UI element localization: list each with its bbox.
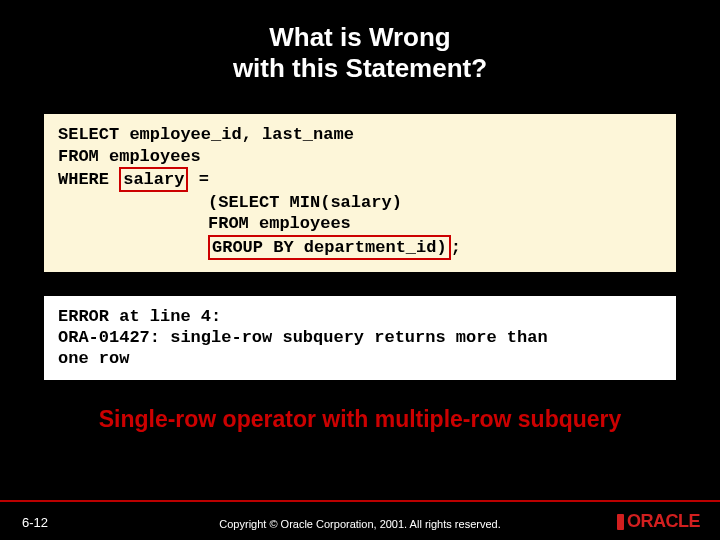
error-line-3: one row [58, 348, 662, 369]
slide-title: What is Wrong with this Statement? [0, 0, 720, 84]
code-line-2: FROM employees [58, 146, 662, 167]
logo-text: ORACLE [627, 511, 700, 532]
highlight-salary: salary [119, 167, 188, 192]
highlight-groupby: GROUP BY department_id) [208, 235, 451, 260]
error-line-1: ERROR at line 4: [58, 306, 662, 327]
logo-box-icon [617, 514, 624, 530]
error-block: ERROR at line 4: ORA-01427: single-row s… [44, 296, 676, 380]
caption: Single-row operator with multiple-row su… [0, 406, 720, 433]
error-line-2: ORA-01427: single-row subquery returns m… [58, 327, 662, 348]
code-line-1: SELECT employee_id, last_name [58, 124, 662, 145]
copyright: Copyright © Oracle Corporation, 2001. Al… [0, 518, 720, 530]
title-line1: What is Wrong [269, 22, 451, 52]
title-line2: with this Statement? [233, 53, 487, 83]
oracle-logo: ORACLE [617, 511, 700, 532]
footer: 6-12 Copyright © Oracle Corporation, 200… [0, 500, 720, 540]
code-line-6: GROUP BY department_id); [58, 235, 662, 260]
sql-code-block: SELECT employee_id, last_name FROM emplo… [44, 114, 676, 272]
code-line-3: WHERE salary = [58, 167, 662, 192]
code-line-5: FROM employees [58, 213, 662, 234]
code-line-4: (SELECT MIN(salary) [58, 192, 662, 213]
